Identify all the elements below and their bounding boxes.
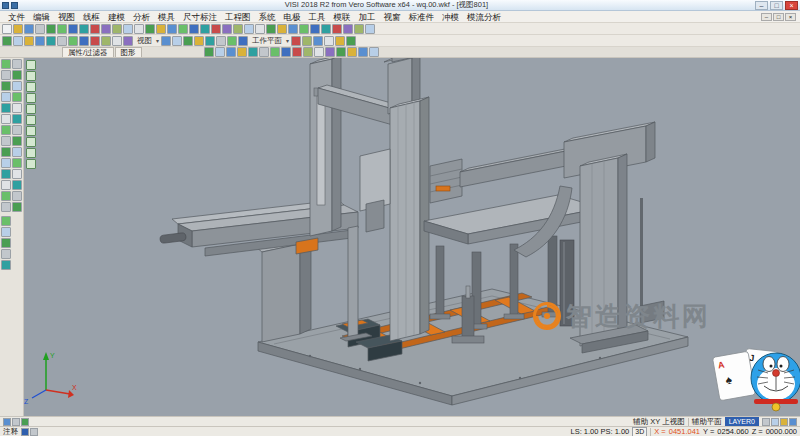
dock-icon-11[interactable] (1, 169, 11, 179)
aux-view-label[interactable]: 辅助 XY 上视图 (633, 417, 685, 427)
toolbar1-icon-33[interactable] (354, 24, 364, 34)
workplane-icon-1[interactable] (291, 36, 301, 46)
cad-model-scene[interactable]: Y X Z 智造资料网 J ♥ A (24, 58, 800, 416)
undo-icon[interactable] (46, 24, 56, 34)
workplane-icon-4[interactable] (324, 36, 334, 46)
toolbar2-icon-9[interactable] (90, 36, 100, 46)
toolbar2-icon-3[interactable] (24, 36, 34, 46)
menu-item[interactable]: 冲模 (438, 11, 463, 23)
dock-icon-27[interactable] (12, 191, 22, 201)
menu-item[interactable]: 模具 (154, 11, 179, 23)
menu-item[interactable]: 加工 (355, 11, 380, 23)
print-icon[interactable] (35, 24, 45, 34)
row3-icon-6[interactable] (259, 47, 269, 57)
view-top-icon[interactable] (172, 36, 182, 46)
viewport-3d[interactable]: Y X Z 智造资料网 J ♥ A (24, 58, 800, 416)
row3-icon-2[interactable] (215, 47, 225, 57)
status-icon-9[interactable] (30, 428, 38, 436)
row3-icon-10[interactable] (303, 47, 313, 57)
menu-item[interactable]: 电极 (280, 11, 305, 23)
status-icon-7[interactable] (789, 418, 797, 426)
child-close-button[interactable]: × (785, 13, 796, 21)
toolbar1-icon-9[interactable] (90, 24, 100, 34)
dock-icon-21[interactable] (12, 125, 22, 135)
menu-item[interactable]: 分析 (129, 11, 154, 23)
dock-icon-29[interactable] (1, 216, 11, 226)
child-restore-button[interactable]: □ (773, 13, 784, 21)
vstrip-icon-7[interactable] (26, 126, 36, 136)
toolbar1-icon-29[interactable] (310, 24, 320, 34)
aux-plane-label[interactable]: 辅助平面 (692, 417, 722, 427)
workplane-icon-2[interactable] (302, 36, 312, 46)
vstrip-icon-2[interactable] (26, 71, 36, 81)
row3-icon-3[interactable] (226, 47, 236, 57)
workplane-icon-3[interactable] (313, 36, 323, 46)
toolbar2-icon-12[interactable] (123, 36, 133, 46)
row3-icon-11[interactable] (314, 47, 324, 57)
chevron-down-icon[interactable]: ▾ (156, 37, 159, 44)
row3-icon-16[interactable] (369, 47, 379, 57)
row3-icon-1[interactable] (204, 47, 214, 57)
toolbar1-icon-27[interactable] (288, 24, 298, 34)
dock-icon-26[interactable] (12, 180, 22, 190)
toolbar1-icon-10[interactable] (101, 24, 111, 34)
vstrip-icon-9[interactable] (26, 148, 36, 158)
status-icon-5[interactable] (771, 418, 779, 426)
status-icon-1[interactable] (3, 418, 11, 426)
workplane-icon-6[interactable] (346, 36, 356, 46)
menu-item[interactable]: 尺寸标注 (179, 11, 221, 23)
tab-properties-filter[interactable]: 属性/过滤器 (62, 47, 114, 57)
toolbar1-icon-12[interactable] (123, 24, 133, 34)
row3-icon-7[interactable] (270, 47, 280, 57)
toolbar1-icon-26[interactable] (277, 24, 287, 34)
status-icon-8[interactable] (21, 428, 29, 436)
dock-icon-15[interactable] (12, 59, 22, 69)
redo-icon[interactable] (57, 24, 67, 34)
toolbar1-icon-24[interactable] (255, 24, 265, 34)
row3-icon-8[interactable] (281, 47, 291, 57)
toolbar2-icon-2[interactable] (13, 36, 23, 46)
toolbar1-icon-34[interactable] (365, 24, 375, 34)
dock-icon-18[interactable] (12, 92, 22, 102)
dock-icon-14[interactable] (1, 202, 11, 212)
zoom-fit-icon[interactable] (205, 36, 215, 46)
row3-icon-15[interactable] (358, 47, 368, 57)
menu-item[interactable]: 视窗 (380, 11, 405, 23)
toolbar1-icon-18[interactable] (189, 24, 199, 34)
menu-item[interactable]: 模流分析 (463, 11, 505, 23)
rotate-icon[interactable] (238, 36, 248, 46)
workplane-group-label[interactable]: 工作平面 (250, 36, 284, 46)
status-icon-6[interactable] (780, 418, 788, 426)
mode-3d-toggle[interactable]: 3D (632, 427, 647, 436)
toolbar1-icon-32[interactable] (343, 24, 353, 34)
dock-icon-19[interactable] (12, 103, 22, 113)
pan-icon[interactable] (227, 36, 237, 46)
dock-icon-7[interactable] (1, 125, 11, 135)
toolbar1-icon-23[interactable] (244, 24, 254, 34)
toolbar1-icon-19[interactable] (200, 24, 210, 34)
vstrip-icon-1[interactable] (26, 60, 36, 70)
view-front-icon[interactable] (183, 36, 193, 46)
toolbar2-icon-5[interactable] (46, 36, 56, 46)
dock-icon-24[interactable] (12, 158, 22, 168)
toolbar2-icon-8[interactable] (79, 36, 89, 46)
row3-icon-12[interactable] (325, 47, 335, 57)
vstrip-icon-4[interactable] (26, 93, 36, 103)
minimize-button[interactable]: – (755, 1, 768, 10)
toolbar1-icon-30[interactable] (321, 24, 331, 34)
maximize-button[interactable]: □ (770, 1, 783, 10)
toolbar2-icon-1[interactable] (2, 36, 12, 46)
vstrip-icon-3[interactable] (26, 82, 36, 92)
row3-icon-13[interactable] (336, 47, 346, 57)
vstrip-icon-8[interactable] (26, 137, 36, 147)
dock-icon-1[interactable] (1, 59, 11, 69)
menu-item[interactable]: 建模 (104, 11, 129, 23)
dock-icon-2[interactable] (1, 70, 11, 80)
toolbar1-icon-14[interactable] (145, 24, 155, 34)
vstrip-icon-10[interactable] (26, 159, 36, 169)
dock-icon-32[interactable] (1, 249, 11, 259)
status-icon-2[interactable] (12, 418, 20, 426)
menu-item[interactable]: 编辑 (29, 11, 54, 23)
open-icon[interactable] (13, 24, 23, 34)
dock-icon-25[interactable] (12, 169, 22, 179)
